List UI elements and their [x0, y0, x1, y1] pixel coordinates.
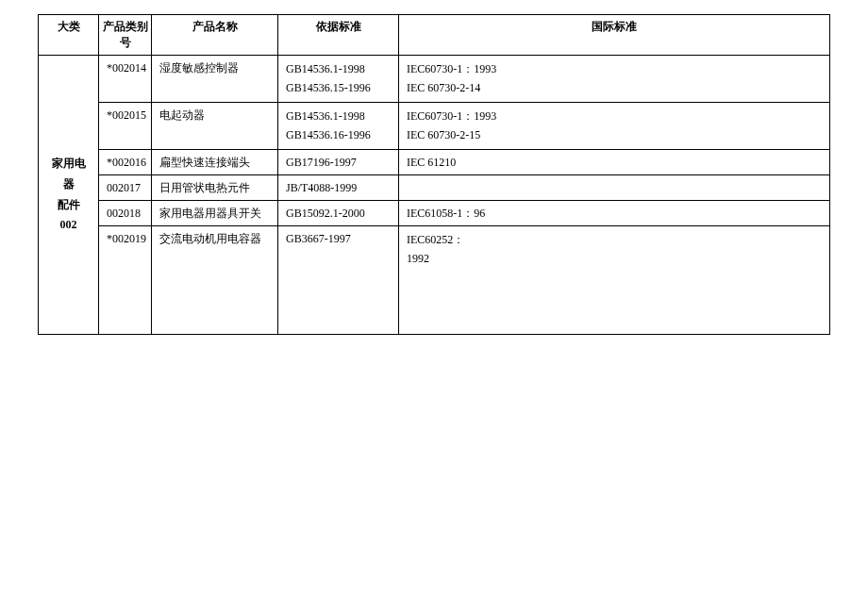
header-prodnum: 产品类别号	[99, 15, 152, 56]
cell-intl: IEC60252：1992	[399, 225, 830, 335]
cell-basis: GB14536.1-1998GB14536.15-1996	[278, 56, 399, 103]
table-row: 002017 日用管状电热元件 JB/T4088-1999	[39, 174, 830, 200]
standards-table: 大类 产品类别号 产品名称 依据标准 国际标准 家用电器配件002 *00201…	[38, 14, 830, 335]
header-category: 大类	[39, 15, 99, 56]
cell-prodname: 扁型快速连接端头	[152, 149, 278, 174]
header-intl: 国际标准	[399, 15, 830, 56]
category-cell: 家用电器配件002	[39, 56, 99, 335]
cell-prodnum: *002015	[99, 102, 152, 149]
cell-intl: IEC60730-1：1993IEC 60730-2-14	[399, 56, 830, 103]
cell-intl	[399, 174, 830, 200]
header-prodname: 产品名称	[152, 15, 278, 56]
cell-prodname: 电起动器	[152, 102, 278, 149]
cell-prodnum: 002018	[99, 200, 152, 225]
table-row: *002015 电起动器 GB14536.1-1998GB14536.16-19…	[39, 102, 830, 149]
cell-intl: IEC61058-1：96	[399, 200, 830, 225]
cell-basis: JB/T4088-1999	[278, 174, 399, 200]
table-header-row: 大类 产品类别号 产品名称 依据标准 国际标准	[39, 15, 830, 56]
cell-basis: GB15092.1-2000	[278, 200, 399, 225]
cell-intl: IEC60730-1：1993IEC 60730-2-15	[399, 102, 830, 149]
header-basis: 依据标准	[278, 15, 399, 56]
cell-prodnum: *002016	[99, 149, 152, 174]
table-row: *002016 扁型快速连接端头 GB17196-1997 IEC 61210	[39, 149, 830, 174]
cell-basis: GB17196-1997	[278, 149, 399, 174]
cell-prodname: 日用管状电热元件	[152, 174, 278, 200]
cell-prodnum: 002017	[99, 174, 152, 200]
cell-prodname: 湿度敏感控制器	[152, 56, 278, 103]
table-row: 002018 家用电器用器具开关 GB15092.1-2000 IEC61058…	[39, 200, 830, 225]
cell-basis: GB14536.1-1998GB14536.16-1996	[278, 102, 399, 149]
cell-basis: GB3667-1997	[278, 225, 399, 335]
cell-prodname: 交流电动机用电容器	[152, 225, 278, 335]
cell-prodname: 家用电器用器具开关	[152, 200, 278, 225]
cell-prodnum: *002014	[99, 56, 152, 103]
table-row: *002019 交流电动机用电容器 GB3667-1997 IEC60252：1…	[39, 225, 830, 335]
cell-prodnum: *002019	[99, 225, 152, 335]
table-row: 家用电器配件002 *002014 湿度敏感控制器 GB14536.1-1998…	[39, 56, 830, 103]
cell-intl: IEC 61210	[399, 149, 830, 174]
